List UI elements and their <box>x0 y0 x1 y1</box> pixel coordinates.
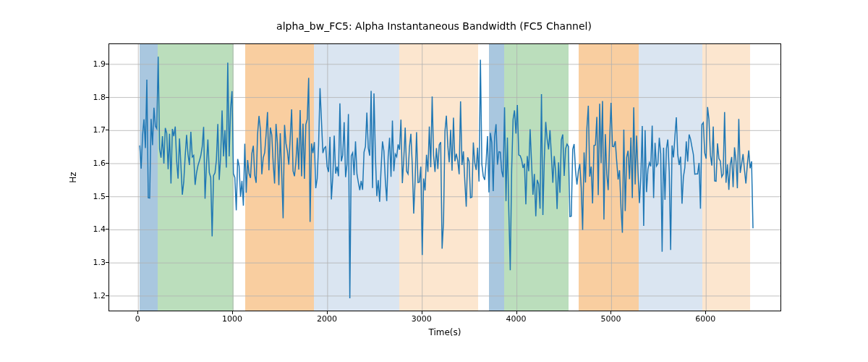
y-tick-mark <box>106 229 109 230</box>
chart-title: alpha_bw_FC5: Alpha Instantaneous Bandwi… <box>0 20 868 32</box>
x-tick-label: 5000 <box>600 314 621 324</box>
y-tick-label: 1.2 <box>85 290 106 300</box>
y-tick-label: 1.3 <box>85 258 106 267</box>
plot-svg <box>109 44 780 311</box>
y-tick-label: 1.5 <box>85 191 106 201</box>
x-tick-label: 4000 <box>506 314 527 324</box>
figure: alpha_bw_FC5: Alpha Instantaneous Bandwi… <box>0 0 868 362</box>
x-tick-label: 0 <box>135 314 140 324</box>
plot-area <box>109 43 781 311</box>
y-tick-mark <box>106 130 109 130</box>
y-tick-mark <box>106 196 109 197</box>
y-tick-label: 1.4 <box>85 224 106 234</box>
x-tick-label: 6000 <box>695 314 715 324</box>
y-tick-label: 1.8 <box>85 92 106 101</box>
y-tick-label: 1.6 <box>85 159 106 168</box>
x-tick-mark <box>137 311 138 314</box>
x-tick-mark <box>232 311 233 314</box>
y-tick-mark <box>106 163 109 164</box>
y-tick-mark <box>106 97 109 98</box>
y-tick-mark <box>106 262 109 263</box>
y-tick-mark <box>106 295 109 296</box>
x-tick-label: 1000 <box>222 314 242 324</box>
x-tick-label: 3000 <box>412 314 432 324</box>
x-tick-mark <box>705 311 706 314</box>
x-tick-mark <box>422 311 422 314</box>
y-tick-label: 1.7 <box>85 125 106 135</box>
x-tick-mark <box>516 311 517 314</box>
grid <box>109 44 780 311</box>
line-series <box>140 56 753 298</box>
y-tick-label: 1.9 <box>85 59 106 68</box>
y-tick-mark <box>106 64 109 64</box>
x-tick-mark <box>610 311 611 314</box>
x-tick-label: 2000 <box>317 314 337 324</box>
y-axis-label: Hz <box>67 43 80 311</box>
x-axis-label: Time(s) <box>109 327 781 337</box>
x-tick-mark <box>327 311 328 314</box>
